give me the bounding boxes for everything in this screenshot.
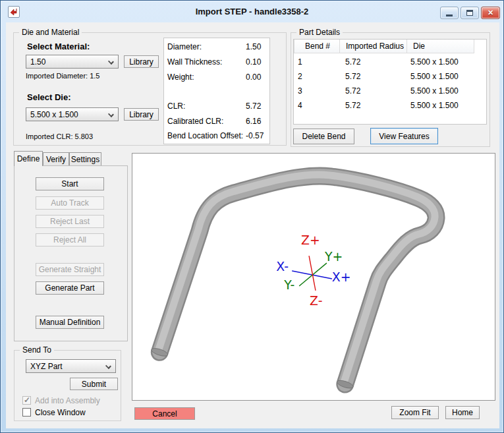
column-header-imported-radius[interactable]: Imported Radius — [340, 40, 407, 53]
cell-imported-radius: 5.72 — [340, 101, 407, 110]
detail-value: 5.72 — [246, 101, 261, 111]
cell-bend-number: 4 — [294, 101, 340, 110]
detail-label: Wall Thickness: — [167, 57, 222, 67]
cancel-button[interactable]: Cancel — [134, 407, 195, 420]
detail-row: Weight:0.00 — [164, 72, 269, 83]
column-header-bend[interactable]: Bend # — [294, 40, 340, 53]
generate-part-button[interactable]: Generate Part — [36, 281, 104, 295]
material-combobox[interactable]: 1.50 — [26, 55, 119, 69]
start-button[interactable]: Start — [36, 177, 104, 190]
cell-die: 5.500 x 1.500 — [407, 86, 474, 96]
reject-all-button-label: Reject All — [53, 235, 86, 245]
die-library-button[interactable]: Library — [124, 108, 159, 121]
send-to-combobox-value: XYZ Part — [30, 362, 63, 371]
view-features-button[interactable]: View Features — [370, 128, 438, 144]
die-combobox-value: 5.500 x 1.500 — [30, 110, 78, 119]
column-header-die[interactable]: Die — [407, 40, 474, 53]
detail-label: Weight: — [167, 72, 194, 82]
part-details-group-label: Part Details — [296, 28, 343, 37]
add-into-assembly-label: Add into Assembly — [35, 396, 100, 405]
generate-straight-button-label: Generate Straight — [39, 265, 101, 274]
table-row[interactable]: 2 5.72 5.500 x 1.500 — [294, 69, 486, 84]
axis-label-y-minus: Y- — [283, 277, 294, 292]
auto-track-button[interactable]: Auto Track — [36, 196, 104, 210]
detail-value: 0.00 — [246, 72, 261, 82]
table-row[interactable]: 4 5.72 5.500 x 1.500 — [294, 98, 486, 113]
dialog-client-area: Die and Material Select Material: 1.50 L… — [6, 22, 499, 428]
manual-definition-button-label: Manual Definition — [40, 318, 101, 327]
delete-bend-button[interactable]: Delete Bend — [293, 129, 354, 144]
select-die-label: Select Die: — [27, 92, 70, 102]
viewport-3d[interactable]: Z+ Y+ X- X+ Y- Z- — [132, 153, 495, 401]
zoom-fit-button-label: Zoom Fit — [399, 408, 430, 417]
detail-value: -0.57 — [246, 131, 264, 140]
cell-bend-number: 1 — [294, 57, 340, 67]
title-bar[interactable]: Import STEP - handle3358-2 ✕ — [1, 1, 503, 22]
column-header-label: Die — [413, 42, 425, 51]
bend-table: Bend # Imported Radius Die 1 5.72 5.500 … — [293, 39, 487, 125]
window-title: Import STEP - handle3358-2 — [1, 7, 503, 16]
detail-row: Wall Thickness:0.10 — [164, 57, 269, 68]
reject-last-button-label: Reject Last — [50, 217, 90, 226]
manual-definition-button[interactable]: Manual Definition — [36, 316, 104, 329]
tab-settings-label: Settings — [71, 155, 99, 164]
die-library-button-label: Library — [129, 110, 154, 119]
cell-imported-radius: 5.72 — [340, 72, 407, 81]
define-tab-panel — [14, 165, 128, 341]
detail-label: Bend Location Offset: — [167, 131, 243, 140]
detail-value: 6.16 — [246, 117, 261, 126]
table-row[interactable]: 1 5.72 5.500 x 1.500 — [294, 55, 486, 69]
minimize-button[interactable] — [440, 7, 459, 19]
tab-verify[interactable]: Verify — [43, 152, 69, 166]
detail-value: 0.10 — [246, 57, 261, 67]
zoom-fit-button[interactable]: Zoom Fit — [391, 406, 439, 419]
close-window-label: Close Window — [35, 408, 86, 417]
column-header-label: Imported Radius — [346, 42, 404, 51]
detail-label: Calibrated CLR: — [167, 117, 223, 126]
axis-label-x-plus: X+ — [332, 270, 351, 284]
submit-button[interactable]: Submit — [70, 378, 118, 390]
axis-label-x-minus: X- — [276, 259, 289, 274]
add-into-assembly-checkbox[interactable] — [22, 396, 31, 405]
home-button-label: Home — [452, 408, 473, 417]
home-button[interactable]: Home — [445, 406, 480, 419]
send-to-combobox[interactable]: XYZ Part — [26, 359, 116, 373]
tab-define[interactable]: Define — [14, 151, 43, 166]
close-button[interactable]: ✕ — [481, 7, 500, 19]
imported-clr-text: Imported CLR: 5.803 — [26, 132, 93, 140]
cell-die: 5.500 x 1.500 — [407, 72, 474, 81]
material-combobox-value: 1.50 — [30, 57, 45, 67]
generate-straight-button[interactable]: Generate Straight — [36, 263, 104, 276]
submit-button-label: Submit — [82, 380, 106, 389]
chevron-down-icon — [105, 363, 111, 369]
generate-part-button-label: Generate Part — [45, 283, 94, 293]
die-and-material-group-label: Die and Material — [19, 28, 82, 37]
detail-row: Bend Location Offset:-0.57 — [164, 131, 269, 142]
detail-row: CLR:5.72 — [164, 101, 269, 112]
send-to-group-label: Send To — [20, 345, 54, 355]
close-window-checkbox[interactable] — [22, 408, 31, 417]
cell-die: 5.500 x 1.500 — [407, 57, 474, 67]
chevron-down-icon — [108, 59, 114, 65]
die-combobox[interactable]: 5.500 x 1.500 — [26, 107, 119, 121]
reject-last-button[interactable]: Reject Last — [36, 215, 104, 228]
cell-bend-number: 2 — [294, 72, 340, 81]
maximize-button[interactable] — [461, 7, 479, 19]
close-icon: ✕ — [488, 9, 493, 17]
detail-label: CLR: — [167, 101, 185, 111]
tube-path — [158, 175, 436, 384]
cell-imported-radius: 5.72 — [340, 86, 407, 96]
bend-table-header: Bend # Imported Radius Die — [294, 40, 474, 53]
axis-label-y-plus: Y+ — [324, 249, 343, 264]
select-material-label: Select Material: — [27, 42, 90, 51]
material-library-button[interactable]: Library — [124, 55, 159, 68]
column-header-label: Bend # — [305, 42, 330, 51]
maximize-icon — [466, 10, 473, 16]
minimize-icon — [446, 14, 453, 16]
tab-settings[interactable]: Settings — [69, 152, 101, 166]
axis-label-z-minus: Z- — [310, 293, 322, 308]
auto-track-button-label: Auto Track — [51, 198, 88, 208]
table-row[interactable]: 3 5.72 5.500 x 1.500 — [294, 84, 486, 98]
detail-row: Calibrated CLR:6.16 — [164, 117, 269, 127]
reject-all-button[interactable]: Reject All — [36, 233, 104, 246]
